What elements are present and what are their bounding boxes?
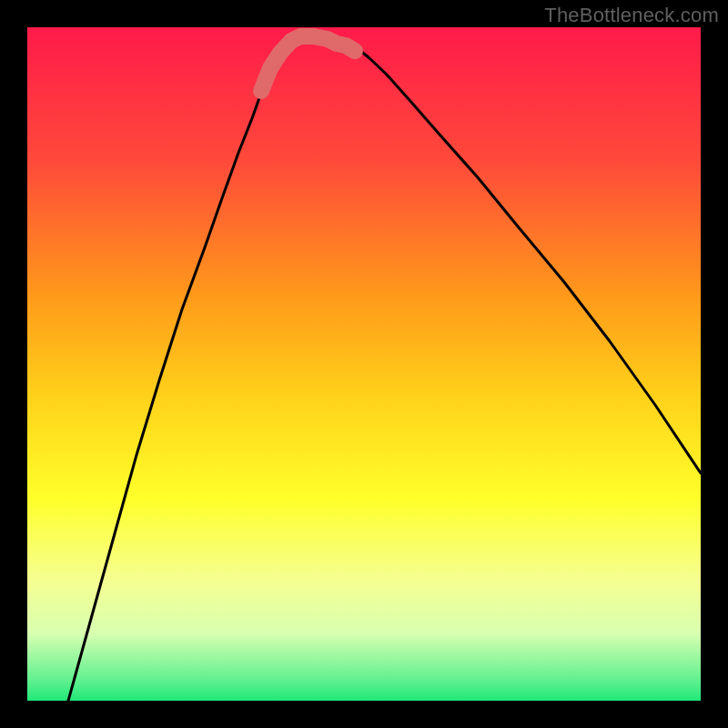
chart-canvas <box>27 27 701 701</box>
gradient-background <box>27 27 701 701</box>
watermark-text: TheBottleneck.com <box>544 4 719 27</box>
chart-frame: TheBottleneck.com <box>0 0 728 728</box>
chart-plot-area <box>27 27 701 701</box>
